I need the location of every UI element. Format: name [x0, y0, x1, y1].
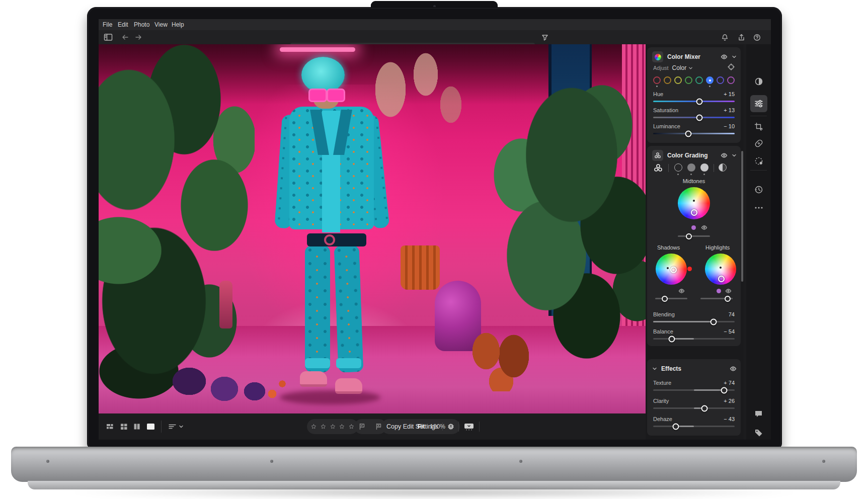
- eye-icon[interactable]: [721, 152, 728, 159]
- luminance-slider[interactable]: [653, 133, 735, 134]
- chevron-down-icon[interactable]: [732, 151, 737, 160]
- mode-global-icon[interactable]: [719, 163, 727, 172]
- highlights-luminance-slider[interactable]: [700, 298, 733, 299]
- hue-knob[interactable]: [696, 98, 703, 105]
- filmstrip-toggle-icon[interactable]: [464, 423, 474, 431]
- menu-help[interactable]: Help: [170, 19, 186, 30]
- texture-slider[interactable]: [653, 389, 735, 391]
- notifications-icon[interactable]: [719, 32, 730, 43]
- panel-toggle-icon[interactable]: [103, 32, 114, 43]
- photo-canvas[interactable]: [99, 44, 646, 413]
- keywords-icon[interactable]: [750, 424, 767, 440]
- midtones-selector[interactable]: [691, 209, 697, 216]
- texture-row: Texture + 74: [653, 379, 735, 386]
- dehaze-knob[interactable]: [673, 423, 679, 430]
- luminance-knob[interactable]: [685, 130, 691, 137]
- shadows-selector[interactable]: [670, 267, 677, 273]
- shadows-wheel[interactable]: [656, 254, 687, 285]
- presets-icon[interactable]: [750, 73, 767, 90]
- eye-icon[interactable]: [730, 365, 737, 372]
- pick-flag-icon[interactable]: [359, 423, 365, 430]
- menu-photo[interactable]: Photo: [132, 19, 151, 30]
- comments-icon[interactable]: [750, 405, 767, 423]
- bottom-toolbar: Copy Edit Settings Fit 100%: [99, 413, 646, 440]
- eye-icon[interactable]: [701, 224, 707, 231]
- sort-icon[interactable]: [166, 420, 186, 433]
- star-icon[interactable]: [311, 423, 317, 430]
- star-icon[interactable]: [349, 423, 354, 430]
- midtones-luminance-knob[interactable]: [686, 233, 692, 239]
- swatch-yellow[interactable]: [674, 76, 682, 84]
- clarity-slider[interactable]: [653, 407, 735, 409]
- grading-mode-row: [653, 163, 735, 176]
- menu-view[interactable]: View: [152, 19, 170, 30]
- mode-shadows-icon[interactable]: [674, 163, 682, 172]
- panel-scrollbar[interactable]: [741, 151, 743, 282]
- star-icon[interactable]: [321, 423, 326, 430]
- compare-view-icon[interactable]: [130, 420, 143, 433]
- shadows-luminance-slider[interactable]: [655, 298, 687, 299]
- swatch-aqua[interactable]: [695, 76, 703, 84]
- more-icon[interactable]: [750, 199, 767, 216]
- midtones-luminance-slider[interactable]: [678, 235, 710, 237]
- swatch-purple[interactable]: [717, 76, 724, 84]
- detail-view-icon[interactable]: [144, 420, 157, 433]
- highlights-luminance-knob[interactable]: [725, 296, 731, 302]
- edit-sliders-icon[interactable]: [750, 95, 767, 112]
- crop-icon[interactable]: [750, 118, 767, 135]
- saturation-knob[interactable]: [696, 114, 703, 121]
- menu-file[interactable]: File: [101, 19, 114, 30]
- hue-slider[interactable]: [653, 101, 735, 102]
- color-grading-header[interactable]: Color Grading: [652, 150, 737, 161]
- fit-label[interactable]: Fit: [418, 423, 425, 430]
- color-mixer-header[interactable]: Color Mixer: [652, 51, 737, 62]
- adjust-dropdown[interactable]: Color: [672, 64, 693, 71]
- zoom-controls: Fit 100%: [418, 419, 480, 434]
- highlights-selector[interactable]: [718, 276, 725, 282]
- mode-highlights-icon[interactable]: [700, 163, 708, 172]
- forward-icon[interactable]: [133, 32, 144, 43]
- filter-icon[interactable]: [539, 32, 550, 43]
- swatch-blue[interactable]: [706, 76, 714, 84]
- chevron-down-icon[interactable]: [652, 364, 657, 373]
- target-adjust-icon[interactable]: [728, 63, 735, 72]
- mode-3way-icon[interactable]: [653, 163, 663, 175]
- dehaze-row: Dehaze − 43: [653, 415, 735, 423]
- menu-edit[interactable]: Edit: [116, 19, 130, 30]
- star-icon[interactable]: [330, 423, 336, 430]
- shadows-luminance-knob[interactable]: [662, 296, 668, 302]
- dehaze-slider[interactable]: [653, 426, 735, 427]
- balance-slider[interactable]: [653, 338, 735, 340]
- highlights-wheel[interactable]: [705, 254, 736, 285]
- swatch-red[interactable]: [653, 76, 661, 84]
- zoom-dropdown[interactable]: 100%: [430, 423, 453, 430]
- blending-slider[interactable]: [653, 321, 735, 322]
- mode-midtones-icon[interactable]: [687, 163, 695, 172]
- saturation-slider[interactable]: [653, 117, 735, 118]
- back-icon[interactable]: [120, 32, 131, 43]
- balance-knob[interactable]: [669, 336, 675, 342]
- effects-header[interactable]: Effects: [652, 363, 737, 374]
- history-icon[interactable]: [750, 181, 767, 198]
- blending-knob[interactable]: [710, 318, 717, 325]
- eye-icon[interactable]: [678, 288, 685, 294]
- swatch-magenta[interactable]: [727, 76, 735, 84]
- masking-icon[interactable]: [750, 152, 767, 170]
- clarity-knob[interactable]: [701, 405, 708, 411]
- star-icon[interactable]: [339, 423, 345, 430]
- share-icon[interactable]: [736, 32, 747, 43]
- help-icon[interactable]: [751, 32, 762, 43]
- grid-view-icon[interactable]: [104, 420, 117, 433]
- square-grid-view-icon[interactable]: [117, 420, 130, 433]
- eye-icon[interactable]: [725, 288, 732, 294]
- swatch-orange[interactable]: [664, 76, 671, 84]
- screw: [270, 460, 273, 463]
- texture-knob[interactable]: [721, 387, 727, 393]
- eye-icon[interactable]: [721, 53, 728, 60]
- swatch-green[interactable]: [685, 76, 692, 84]
- chevron-down-icon[interactable]: [732, 52, 737, 61]
- midtones-wheel[interactable]: [678, 187, 710, 219]
- healing-icon[interactable]: [750, 135, 767, 152]
- chevron-down-icon: [448, 424, 453, 429]
- photo-terracotta-pot: [401, 245, 440, 290]
